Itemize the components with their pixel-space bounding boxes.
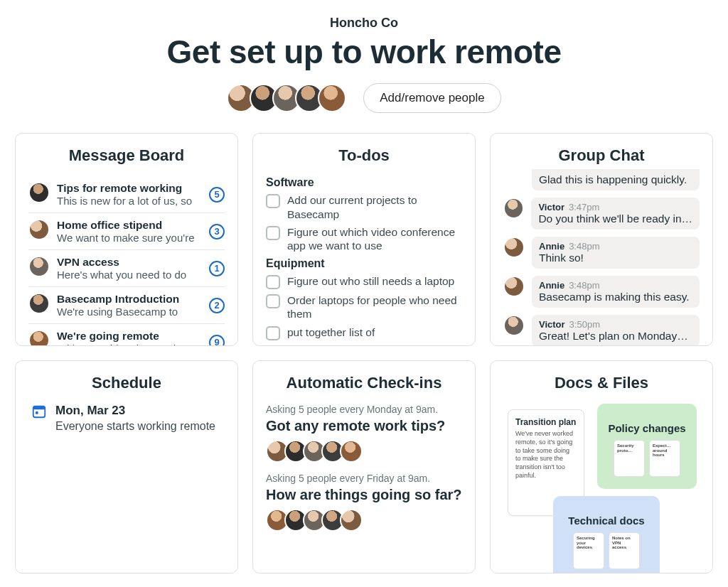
message-item[interactable]: We're going remote With everything that'… — [28, 324, 225, 346]
folder-label: Technical docs — [560, 515, 653, 527]
checkbox-icon[interactable] — [266, 194, 280, 208]
calendar-icon — [31, 404, 47, 419]
chat-author: Annie — [539, 280, 564, 291]
folder-item[interactable]: Technical docs Securing your devices Not… — [553, 496, 660, 573]
folder-item[interactable]: Policy changes Security proto… Expect… a… — [597, 404, 697, 489]
checkbox-icon[interactable] — [266, 326, 280, 340]
message-item[interactable]: Home office stipend We want to make sure… — [28, 213, 225, 250]
doc-thumb: Security proto… — [614, 440, 645, 477]
comment-count-badge: 9 — [209, 335, 225, 347]
chat-time: 3:47pm — [569, 202, 599, 212]
todo-label: Add our current projects to Basecamp — [287, 193, 462, 221]
chat-author: Victor — [538, 202, 564, 212]
checkin-schedule-info: Asking 5 people every Monday at 9am. — [266, 404, 462, 415]
card-docs-files[interactable]: Docs & Files Transition plan We've never… — [490, 360, 713, 573]
chat-message[interactable]: Annie3:48pm Basecamp is making this easy… — [503, 276, 700, 308]
card-schedule[interactable]: Schedule Mon, Mar 23 Everyone starts wor… — [15, 360, 238, 573]
avatar — [340, 440, 363, 463]
message-title: Tips for remote working — [57, 182, 202, 195]
avatar — [340, 509, 363, 532]
card-title: Docs & Files — [503, 374, 700, 392]
chat-text: Great! Let's plan on Monday… — [539, 330, 692, 343]
schedule-item[interactable]: Mon, Mar 23 Everyone starts working remo… — [28, 404, 225, 433]
chat-message[interactable]: Annie3:48pm Think so! — [503, 237, 700, 269]
add-remove-people-button[interactable]: Add/remove people — [363, 83, 500, 113]
message-item[interactable]: Tips for remote working This is new for … — [28, 176, 225, 213]
message-snippet: Here's what you need to do — [57, 269, 202, 281]
avatar — [503, 315, 525, 336]
comment-count-badge: 5 — [209, 187, 225, 203]
message-snippet: With everything that's going — [57, 343, 202, 346]
checkin-schedule-info: Asking 5 people every Friday at 9am. — [266, 473, 462, 484]
card-title: Automatic Check-ins — [266, 374, 462, 392]
avatar — [503, 237, 525, 258]
doc-thumb: Notes on VPN access — [609, 532, 640, 569]
comment-count-badge: 1 — [209, 261, 225, 276]
message-title: Basecamp Introduction — [57, 293, 202, 306]
message-snippet: This is new for a lot of us, so — [57, 195, 202, 207]
chat-text: Basecamp is making this easy. — [539, 291, 692, 303]
checkbox-icon[interactable] — [266, 275, 280, 289]
comment-count-badge: 2 — [209, 298, 225, 313]
checkbox-icon[interactable] — [266, 226, 280, 240]
doc-thumb: Securing your devices — [573, 532, 604, 569]
chat-message[interactable]: Victor3:50pm Great! Let's plan on Monday… — [503, 315, 700, 346]
todo-item[interactable]: Order laptops for people who need them — [266, 294, 462, 321]
chat-message[interactable]: Glad this is happening quickly. — [503, 169, 700, 190]
todo-label: Figure out who still needs a laptop — [287, 274, 454, 288]
chat-time: 3:48pm — [569, 280, 599, 291]
message-snippet: We're using Basecamp to — [57, 306, 202, 318]
checkin-question: Got any remote work tips? — [266, 418, 462, 434]
avatar — [28, 219, 50, 240]
svg-rect-2 — [36, 411, 38, 414]
message-title: We're going remote — [57, 330, 202, 343]
todo-item[interactable]: Figure out who still needs a laptop — [266, 274, 462, 289]
checkin-respondents — [266, 440, 462, 463]
todo-item[interactable]: Figure out which video conference app we… — [266, 225, 462, 253]
schedule-desc: Everyone starts working remote — [55, 419, 215, 433]
chat-text: Think so! — [539, 252, 692, 264]
page-title: Get set up to work remote — [0, 35, 728, 69]
message-snippet: We want to make sure you're — [57, 232, 202, 244]
avatar — [503, 276, 525, 297]
chat-message[interactable]: Victor3:47pm Do you think we'll be ready… — [503, 198, 700, 230]
avatar — [28, 330, 50, 346]
comment-count-badge: 3 — [209, 224, 225, 239]
chat-time: 3:48pm — [569, 241, 599, 252]
todo-item[interactable]: Add our current projects to Basecamp — [266, 193, 462, 221]
message-item[interactable]: VPN access Here's what you need to do 1 — [28, 250, 225, 287]
todo-group-title[interactable]: Equipment — [266, 257, 462, 270]
checkin-block[interactable]: Asking 5 people every Monday at 9am. Got… — [266, 404, 462, 463]
checkin-respondents — [266, 509, 462, 532]
project-members[interactable] — [227, 84, 346, 112]
checkin-question: How are things going so far? — [266, 487, 462, 503]
card-todos[interactable]: To-dos Software Add our current projects… — [252, 133, 476, 346]
chat-text: Glad this is happening quickly. — [539, 173, 692, 186]
todo-group-title[interactable]: Software — [266, 176, 462, 189]
avatar[interactable] — [318, 84, 346, 112]
folder-label: Policy changes — [604, 422, 690, 434]
avatar — [28, 182, 50, 203]
card-title: To-dos — [266, 146, 462, 165]
doc-title: Transition plan — [515, 417, 577, 427]
card-group-chat[interactable]: Group Chat Glad this is happening quickl… — [490, 133, 713, 346]
doc-thumb: Expect… around hours — [649, 440, 680, 477]
avatar — [28, 293, 50, 314]
card-title: Group Chat — [503, 146, 700, 165]
card-message-board[interactable]: Message Board Tips for remote working Th… — [15, 133, 238, 346]
avatar — [503, 198, 524, 219]
message-title: Home office stipend — [57, 219, 202, 232]
doc-body: We've never worked remote, so it's going… — [515, 430, 577, 480]
message-item[interactable]: Basecamp Introduction We're using Baseca… — [28, 287, 225, 324]
checkin-block[interactable]: Asking 5 people every Friday at 9am. How… — [266, 473, 462, 532]
svg-rect-1 — [33, 406, 46, 410]
card-checkins[interactable]: Automatic Check-ins Asking 5 people ever… — [252, 360, 476, 573]
todo-item[interactable]: put together list of — [266, 325, 462, 340]
avatar — [28, 256, 50, 277]
card-title: Schedule — [28, 374, 225, 392]
todo-label: Order laptops for people who need them — [287, 294, 462, 321]
todo-label: Figure out which video conference app we… — [287, 225, 462, 253]
company-name: Honcho Co — [0, 16, 728, 31]
todo-label: put together list of — [287, 325, 375, 339]
checkbox-icon[interactable] — [266, 294, 280, 308]
